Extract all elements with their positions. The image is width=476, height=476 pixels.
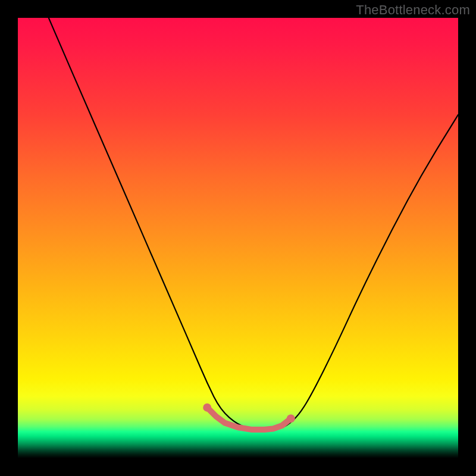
highlight-dot [287,414,295,422]
plot-area [18,18,458,458]
highlight-dot [203,403,211,412]
chart-overlay [18,18,458,458]
watermark-text: TheBottleneck.com [356,2,470,18]
chart-frame: TheBottleneck.com [0,0,476,476]
highlight-connector [207,408,291,430]
bottleneck-curve [49,18,458,430]
highlight-dots-group [203,403,295,430]
